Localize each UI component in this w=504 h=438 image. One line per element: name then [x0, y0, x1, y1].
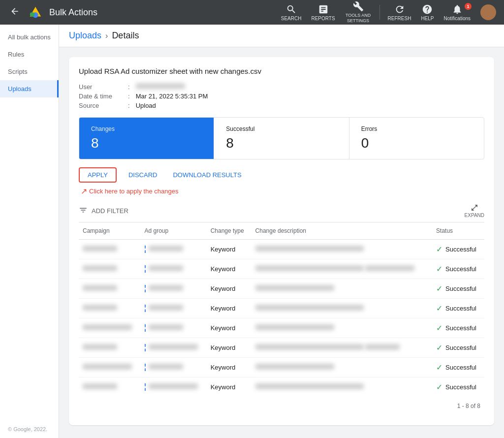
col-change-type: Change type	[207, 222, 252, 240]
svg-rect-2	[30, 12, 35, 16]
col-status: Status	[432, 222, 484, 240]
campaign-cell	[79, 299, 141, 318]
table-row: Keyword ✓ Successful	[79, 259, 484, 279]
stat-successful: Successful 8	[214, 118, 349, 159]
actions-row: APPLY DISCARD DOWNLOAD RESULTS	[79, 167, 484, 183]
changes-value: 8	[91, 135, 202, 151]
notifications-button[interactable]: Notifications 1	[440, 2, 474, 23]
table-row: Keyword ✓ Successful	[79, 338, 484, 358]
upload-detail-card: Upload RSA Ad customizer sheet with new …	[69, 57, 494, 425]
campaign-cell	[79, 279, 141, 299]
campaign-cell	[79, 338, 141, 358]
notification-badge: 1	[465, 3, 472, 10]
change-desc-cell	[252, 338, 432, 358]
campaign-cell	[79, 318, 141, 338]
filter-icon	[79, 206, 88, 216]
info-row-datetime: Date & time : Mar 21, 2022 5:35:31 PM	[79, 93, 484, 100]
sidebar: All bulk actions Rules Scripts Uploads ©…	[0, 25, 59, 438]
info-row-user: User :	[79, 83, 484, 91]
nav-divider	[379, 5, 380, 20]
ad-group-cell	[141, 279, 207, 299]
user-avatar[interactable]	[480, 4, 496, 20]
ad-group-cell	[141, 299, 207, 318]
nav-icons-group: SEARCH REPORTS TOOLS AND SETTINGS REFRES…	[277, 0, 496, 26]
change-desc-cell	[252, 279, 432, 299]
ad-group-cell	[141, 259, 207, 279]
back-button[interactable]	[8, 4, 22, 21]
breadcrumb-parent[interactable]: Uploads	[69, 31, 101, 41]
notifications-label: Notifications	[444, 16, 471, 21]
change-type-cell: Keyword	[207, 240, 252, 259]
change-desc-cell	[252, 299, 432, 318]
breadcrumb: Uploads › Details	[59, 25, 504, 47]
breadcrumb-separator: ›	[105, 31, 108, 40]
status-cell: ✓ Successful	[432, 377, 484, 397]
change-type-cell: Keyword	[207, 279, 252, 299]
stat-changes: Changes 8	[79, 118, 214, 159]
datetime-value: Mar 21, 2022 5:35:31 PM	[136, 93, 208, 100]
sidebar-item-scripts[interactable]: Scripts	[0, 63, 59, 80]
breadcrumb-current: Details	[112, 31, 139, 41]
help-nav-button[interactable]: HELP	[417, 2, 438, 23]
col-change-desc: Change description	[252, 222, 432, 240]
apply-annotation: ↗ Click here to apply the changes	[81, 187, 484, 196]
campaign-cell	[79, 240, 141, 259]
ad-group-cell	[141, 338, 207, 358]
table-row: Keyword ✓ Successful	[79, 358, 484, 377]
apply-note: Click here to apply the changes	[89, 188, 178, 195]
change-desc-cell	[252, 240, 432, 259]
table-row: Keyword ✓ Successful	[79, 318, 484, 338]
discard-button[interactable]: DISCARD	[125, 168, 161, 182]
source-value: Upload	[136, 102, 156, 109]
expand-label: EXPAND	[465, 213, 484, 218]
tools-nav-button[interactable]: TOOLS AND SETTINGS	[341, 0, 376, 26]
download-results-button[interactable]: DOWNLOAD RESULTS	[169, 168, 245, 182]
table-header: Campaign Ad group Change type Change des…	[79, 222, 484, 240]
refresh-nav-button[interactable]: REFRESH	[384, 2, 415, 23]
reports-nav-button[interactable]: REPORTS	[307, 2, 339, 23]
reports-label: REPORTS	[311, 16, 335, 21]
campaign-cell	[79, 377, 141, 397]
col-ad-group: Ad group	[141, 222, 207, 240]
main-layout: All bulk actions Rules Scripts Uploads ©…	[0, 25, 504, 438]
status-cell: ✓ Successful	[432, 279, 484, 299]
content-area: Uploads › Details Upload RSA Ad customiz…	[59, 25, 504, 438]
user-label: User	[79, 83, 128, 91]
errors-label: Errors	[361, 125, 472, 132]
source-label: Source	[79, 102, 128, 109]
info-row-source: Source : Upload	[79, 102, 484, 109]
table-row: Keyword ✓ Successful	[79, 279, 484, 299]
sidebar-item-rules[interactable]: Rules	[0, 46, 59, 63]
successful-label: Successful	[226, 125, 337, 132]
table-body: Keyword ✓ Successful Keyword ✓ Successfu…	[79, 240, 484, 397]
expand-button[interactable]: EXPAND	[465, 204, 484, 218]
change-desc-cell	[252, 358, 432, 377]
tools-label: TOOLS AND SETTINGS	[345, 13, 372, 24]
ad-group-cell	[141, 240, 207, 259]
upload-title: Upload RSA Ad customizer sheet with new …	[79, 67, 484, 75]
change-type-cell: Keyword	[207, 318, 252, 338]
top-navigation: Bulk Actions SEARCH REPORTS TOOLS AND SE…	[0, 0, 504, 25]
arrow-icon: ↗	[81, 187, 87, 196]
sidebar-item-uploads[interactable]: Uploads	[0, 80, 59, 97]
table-row: Keyword ✓ Successful	[79, 240, 484, 259]
table-row: Keyword ✓ Successful	[79, 299, 484, 318]
successful-value: 8	[226, 135, 337, 151]
ad-group-cell	[141, 377, 207, 397]
search-label: SEARCH	[281, 16, 302, 21]
results-table: Campaign Ad group Change type Change des…	[79, 222, 484, 397]
pagination: 1 - 8 of 8	[79, 397, 484, 415]
add-filter-button[interactable]: ADD FILTER	[92, 207, 128, 215]
status-cell: ✓ Successful	[432, 358, 484, 377]
apply-button[interactable]: APPLY	[79, 167, 117, 183]
change-type-cell: Keyword	[207, 358, 252, 377]
datetime-label: Date & time	[79, 93, 128, 100]
user-blurred	[136, 83, 185, 89]
search-nav-button[interactable]: SEARCH	[277, 2, 306, 23]
status-cell: ✓ Successful	[432, 318, 484, 338]
google-ads-logo	[28, 4, 43, 20]
status-cell: ✓ Successful	[432, 338, 484, 358]
stats-row: Changes 8 Successful 8 Errors 0	[79, 117, 484, 159]
filter-left: ADD FILTER	[79, 206, 128, 216]
sidebar-item-all-bulk-actions[interactable]: All bulk actions	[0, 29, 59, 46]
